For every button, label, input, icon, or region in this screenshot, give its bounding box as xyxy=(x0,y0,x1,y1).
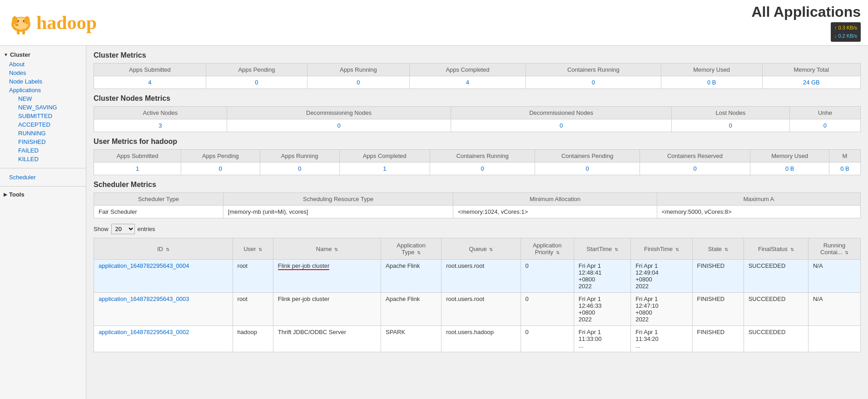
col-decommissioned-nodes: Decommissioned Nodes xyxy=(451,107,671,119)
sidebar-item-new[interactable]: NEW xyxy=(13,94,82,103)
network-badge: ↑ 0.3 KB/s ↓ 0.2 KB/s xyxy=(831,22,861,42)
app-states-section: NEW NEW_SAVING SUBMITTED ACCEPTED RUNNIN… xyxy=(4,94,82,163)
sval-scheduling-resource-type: [memory-mb (unit=Mi), vcores] xyxy=(223,206,453,218)
th-running-containers[interactable]: RunningContai... ⇅ xyxy=(808,238,860,260)
layout: ▼ Cluster About Nodes Node Labels Applic… xyxy=(0,46,868,399)
ucol-containers-pending: Containers Pending xyxy=(535,150,640,163)
scol-max-allocation: Maximum A xyxy=(657,193,860,206)
uval-containers-running: 0 xyxy=(430,163,535,175)
svg-rect-7 xyxy=(22,29,25,34)
applications-table: ID ⇅ User ⇅ Name ⇅ ApplicationType ⇅ Que… xyxy=(94,238,861,352)
main-content: Cluster Metrics Apps Submitted Apps Pend… xyxy=(86,46,868,399)
val-apps-submitted[interactable]: 4 xyxy=(94,76,206,89)
val-apps-pending: 0 xyxy=(206,76,307,89)
sidebar-divider xyxy=(0,168,86,168)
ucol-apps-completed: Apps Completed xyxy=(339,150,430,163)
cell-queue: root.users.hadoop xyxy=(441,326,521,352)
ucol-m: M xyxy=(829,150,860,163)
app-name-underlined: Flink per-job cluster xyxy=(278,262,329,270)
val-decommissioning-nodes[interactable]: 0 xyxy=(227,119,451,132)
sidebar-item-nodes[interactable]: Nodes xyxy=(4,69,82,77)
table-header-row: ID ⇅ User ⇅ Name ⇅ ApplicationType ⇅ Que… xyxy=(94,238,861,260)
queue-sort-icon: ⇅ xyxy=(489,247,493,252)
cell-running-containers xyxy=(808,326,860,352)
cell-start-time: Fri Apr 1 12:48:41 +0800 2022 xyxy=(574,260,630,293)
running-sort-icon: ⇅ xyxy=(845,250,848,255)
table-row: application_1648782295643_0004 root Flin… xyxy=(94,260,861,293)
sidebar-item-about[interactable]: About xyxy=(4,60,82,69)
th-start-time[interactable]: StartTime ⇅ xyxy=(574,238,630,260)
col-lost-nodes: Lost Nodes xyxy=(671,107,789,119)
sidebar-divider-2 xyxy=(0,186,86,187)
th-name[interactable]: Name ⇅ xyxy=(273,238,381,260)
val-decommissioned-nodes[interactable]: 0 xyxy=(451,119,671,132)
cluster-section-title[interactable]: ▼ Cluster xyxy=(4,51,82,58)
val-unhealthy-nodes[interactable]: 0 xyxy=(789,119,860,132)
th-app-type[interactable]: ApplicationType ⇅ xyxy=(381,238,441,260)
finish-time-sort-icon: ⇅ xyxy=(675,247,679,252)
svg-point-10 xyxy=(23,20,25,21)
th-finish-time[interactable]: FinishTime ⇅ xyxy=(631,238,692,260)
priority-sort-icon: ⇅ xyxy=(556,250,560,255)
start-time-sort-icon: ⇅ xyxy=(615,247,618,252)
app-type-sort-icon: ⇅ xyxy=(417,250,421,255)
entries-select[interactable]: 10 20 50 100 xyxy=(111,224,135,234)
val-active-nodes[interactable]: 3 xyxy=(94,119,227,132)
app-id-link[interactable]: application_1648782295643_0003 xyxy=(99,296,189,302)
col-unhealthy-nodes: Unhe xyxy=(789,107,860,119)
app-id-link[interactable]: application_1648782295643_0004 xyxy=(99,262,189,269)
sidebar-item-node-labels[interactable]: Node Labels xyxy=(4,77,82,86)
ucol-apps-submitted: Apps Submitted xyxy=(94,150,181,163)
hadoop-logo-text: hadoop xyxy=(36,12,97,34)
title-area: All Applications ↑ 0.3 KB/s ↓ 0.2 KB/s xyxy=(751,4,861,42)
cell-name: Flink per-job cluster xyxy=(273,260,381,293)
svg-point-9 xyxy=(18,20,19,21)
cell-final-status: SUCCEEDED xyxy=(744,260,808,293)
sidebar-item-running[interactable]: RUNNING xyxy=(13,129,82,138)
tools-label: Tools xyxy=(9,191,25,198)
svg-point-5 xyxy=(25,16,30,24)
th-id[interactable]: ID ⇅ xyxy=(94,238,233,260)
sval-max-allocation: <memory:5000, vCores:8> xyxy=(657,206,860,218)
sidebar-item-finished[interactable]: FINISHED xyxy=(13,138,82,146)
table-row: application_1648782295643_0002 hadoop Th… xyxy=(94,326,861,352)
user-metrics-row: 1 0 0 1 0 0 0 0 B 0 B xyxy=(94,163,861,175)
sidebar-item-killed[interactable]: KILLED xyxy=(13,155,82,163)
cluster-metrics-title: Cluster Metrics xyxy=(94,51,861,59)
cell-state: FINISHED xyxy=(692,260,744,293)
cell-state: FINISHED xyxy=(692,326,744,352)
uval-apps-completed: 1 xyxy=(339,163,430,175)
name-sort-icon: ⇅ xyxy=(334,247,338,252)
cell-id: application_1648782295643_0004 xyxy=(94,260,233,293)
col-apps-pending: Apps Pending xyxy=(206,64,307,76)
cell-name: Thrift JDBC/ODBC Server xyxy=(273,326,381,352)
uval-apps-submitted: 1 xyxy=(94,163,181,175)
val-memory-used: 0 B xyxy=(661,76,762,89)
th-priority[interactable]: ApplicationPriority ⇅ xyxy=(521,238,574,260)
cell-state: FINISHED xyxy=(692,293,744,326)
sidebar-item-scheduler[interactable]: Scheduler xyxy=(4,173,82,182)
sidebar-item-new-saving[interactable]: NEW_SAVING xyxy=(13,103,82,112)
scheduler-section: Scheduler xyxy=(0,171,86,183)
cluster-metrics-table: Apps Submitted Apps Pending Apps Running… xyxy=(94,63,861,89)
app-id-link[interactable]: application_1648782295643_0002 xyxy=(99,329,189,335)
uval-apps-pending: 0 xyxy=(181,163,260,175)
col-memory-used: Memory Used xyxy=(661,64,762,76)
sidebar-item-applications[interactable]: Applications xyxy=(4,86,82,94)
sidebar-item-failed[interactable]: FAILED xyxy=(13,146,82,155)
val-memory-total: 24 GB xyxy=(762,76,860,89)
cell-name: Flink per-job cluster xyxy=(273,293,381,326)
uval-m: 0 B xyxy=(829,163,860,175)
col-memory-total: Memory Total xyxy=(762,64,860,76)
sidebar-item-accepted[interactable]: ACCEPTED xyxy=(13,120,82,129)
th-queue[interactable]: Queue ⇅ xyxy=(441,238,521,260)
user-metrics-table: Apps Submitted Apps Pending Apps Running… xyxy=(94,149,861,175)
ucol-containers-reserved: Containers Reserved xyxy=(640,150,750,163)
sidebar-item-submitted[interactable]: SUBMITTED xyxy=(13,112,82,120)
tools-title[interactable]: ▶ Tools xyxy=(4,191,82,198)
th-final-status[interactable]: FinalStatus ⇅ xyxy=(744,238,808,260)
th-state[interactable]: State ⇅ xyxy=(692,238,744,260)
sval-min-allocation: <memory:1024, vCores:1> xyxy=(453,206,657,218)
th-user[interactable]: User ⇅ xyxy=(233,238,273,260)
val-lost-nodes[interactable]: 0 xyxy=(671,119,789,132)
